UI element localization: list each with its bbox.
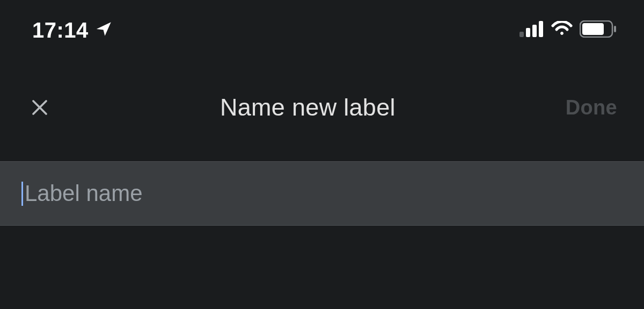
svg-rect-3	[539, 21, 543, 37]
label-name-input[interactable]	[21, 181, 623, 206]
svg-rect-6	[614, 26, 616, 32]
svg-rect-0	[519, 32, 524, 37]
svg-rect-5	[582, 23, 604, 35]
svg-rect-1	[526, 28, 530, 37]
svg-rect-2	[532, 25, 537, 37]
page-title: Name new label	[50, 94, 566, 121]
status-bar-left: 17:14	[32, 18, 113, 42]
status-bar: 17:14	[0, 0, 644, 48]
done-button[interactable]: Done	[566, 96, 617, 119]
close-icon[interactable]	[30, 97, 50, 118]
label-input-container[interactable]	[0, 161, 644, 226]
status-time: 17:14	[32, 18, 89, 42]
battery-icon	[580, 20, 617, 40]
status-bar-right	[519, 20, 617, 40]
cellular-icon	[519, 21, 544, 39]
location-icon	[95, 20, 113, 40]
nav-bar: Name new label Done	[0, 73, 644, 142]
text-cursor	[21, 182, 23, 206]
wifi-icon	[551, 21, 573, 39]
